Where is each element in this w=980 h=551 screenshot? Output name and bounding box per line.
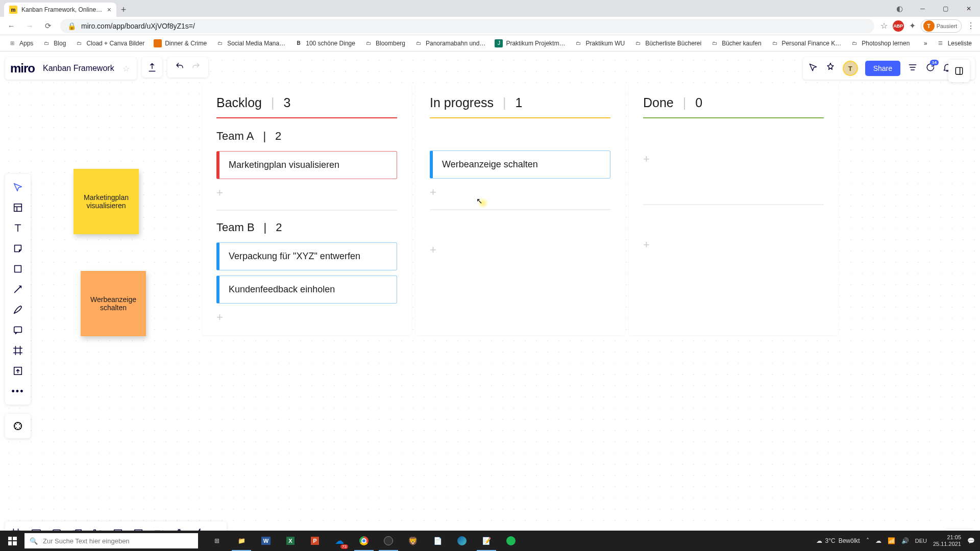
bookmark-item[interactable]: 🗀Blog xyxy=(39,38,69,49)
kanban-card[interactable]: Werbeanzeige schalten xyxy=(430,151,610,179)
add-card-button[interactable]: + xyxy=(216,184,397,202)
taskbar-app-edge[interactable] xyxy=(450,531,474,551)
bookmark-item[interactable]: 🗀Cload + Canva Bilder xyxy=(72,38,148,49)
bookmark-item[interactable]: 🗀Panoramabahn und… xyxy=(411,38,488,49)
weather-widget[interactable]: ☁ 3°C Bewölkt xyxy=(816,537,860,544)
reactions-icon[interactable] xyxy=(825,62,836,74)
board-name[interactable]: Kanban Framework xyxy=(43,64,114,73)
minimize-button[interactable]: ─ xyxy=(911,0,934,17)
comment-tool[interactable] xyxy=(5,320,31,340)
select-tool[interactable] xyxy=(5,177,31,197)
taskbar-search[interactable]: 🔍 Zur Suche Text hier eingeben xyxy=(24,533,198,548)
frame-tool[interactable] xyxy=(5,340,31,361)
taskbar-app-notepad[interactable]: 📝 xyxy=(475,531,498,551)
upload-tool[interactable] xyxy=(5,361,31,381)
notifications-icon[interactable]: 💬 xyxy=(967,537,975,544)
taskbar-app-excel[interactable]: X xyxy=(279,531,302,551)
reading-list-button[interactable]: ☰Leseliste xyxy=(934,38,975,49)
browser-tab[interactable]: m Kanban Framework, Online Whit… × xyxy=(4,3,116,17)
export-button[interactable] xyxy=(142,57,162,78)
forward-button[interactable]: → xyxy=(23,20,36,32)
add-card-button[interactable]: + xyxy=(643,151,824,168)
sticky-note-yellow[interactable]: Marketingplan visualisieren xyxy=(74,169,139,234)
taskbar-app-rss[interactable]: 📄 xyxy=(426,531,449,551)
kanban-board[interactable]: Backlog | 3 Team A | 2 Marketingplan vis… xyxy=(202,83,838,335)
taskbar-app-edge-old[interactable]: ☁73 xyxy=(328,531,351,551)
text-tool[interactable] xyxy=(5,218,31,238)
bookmark-item[interactable]: 🗀Praktikum WU xyxy=(571,38,628,49)
back-button[interactable]: ← xyxy=(5,20,17,32)
taskbar-app-obs[interactable] xyxy=(377,531,400,551)
add-card-button[interactable]: + xyxy=(643,236,824,254)
activity-panel-button[interactable] xyxy=(948,60,970,82)
bookmarks-overflow-icon[interactable]: » xyxy=(921,40,930,47)
shape-tool[interactable] xyxy=(5,259,31,279)
bookmark-item[interactable]: JPraktikum Projektm… xyxy=(492,38,568,49)
undo-button[interactable] xyxy=(175,62,184,73)
taskbar-app-explorer[interactable]: 📁 xyxy=(230,531,253,551)
new-tab-button[interactable]: + xyxy=(116,3,131,17)
browser-tab-bar: m Kanban Framework, Online Whit… × + ◐ ─… xyxy=(0,0,980,17)
pen-tool[interactable] xyxy=(5,299,31,320)
miro-canvas[interactable]: miro Kanban Framework ☆ T Share xyxy=(0,52,980,551)
profile-pause-pill[interactable]: T Pausiert xyxy=(921,19,962,33)
bookmark-item[interactable]: 🗀Photoshop lernen xyxy=(847,38,913,49)
bookmark-item[interactable]: Dinner & Crime xyxy=(151,38,210,49)
language-indicator[interactable]: DEU xyxy=(915,538,927,544)
share-button[interactable]: Share xyxy=(865,61,900,76)
kanban-card[interactable]: Kundenfeedback einholen xyxy=(216,276,397,304)
menu-icon[interactable]: ⋮ xyxy=(967,21,975,31)
cursor-icon[interactable] xyxy=(808,62,818,74)
kanban-card[interactable]: Verpackung für "XYZ" entwerfen xyxy=(216,242,397,270)
page-icon: B xyxy=(295,39,303,47)
maximize-button[interactable]: ▢ xyxy=(934,0,957,17)
star-board-icon[interactable]: ☆ xyxy=(122,64,130,73)
abp-extension-icon[interactable]: ABP xyxy=(893,20,904,32)
templates-tool[interactable] xyxy=(5,197,31,218)
bookmark-item[interactable]: 🗀Bloomberg xyxy=(361,38,408,49)
windows-taskbar: 🔍 Zur Suche Text hier eingeben ⊞ 📁 W X P… xyxy=(0,531,980,551)
settings-icon[interactable] xyxy=(908,62,918,74)
bookmark-apps[interactable]: ⊞Apps xyxy=(5,38,36,49)
wifi-icon[interactable]: 📶 xyxy=(888,537,895,544)
more-tools[interactable]: ••• xyxy=(5,381,31,402)
taskbar-app-powerpoint[interactable]: P xyxy=(303,531,327,551)
url-field[interactable]: 🔒 miro.com/app/board/uXjVOf8yZ1s=/ xyxy=(60,19,874,33)
kanban-column-inprogress[interactable]: In progress | 1 Werbeanzeige schalten + … xyxy=(415,83,625,335)
reload-button[interactable]: ⟳ xyxy=(42,20,54,32)
tray-overflow-icon[interactable]: ˄ xyxy=(866,537,869,544)
bookmark-item[interactable]: 🗀Bücher kaufen xyxy=(707,38,764,49)
close-window-button[interactable]: ✕ xyxy=(957,0,980,17)
onedrive-icon[interactable]: ☁ xyxy=(875,537,881,544)
task-view-button[interactable]: ⊞ xyxy=(205,531,229,551)
star-icon[interactable]: ☆ xyxy=(880,21,888,31)
kanban-card[interactable]: Marketingplan visualisieren xyxy=(216,151,397,179)
extensions-icon[interactable]: ✦ xyxy=(909,21,916,31)
line-tool[interactable] xyxy=(5,279,31,299)
kanban-column-backlog[interactable]: Backlog | 3 Team A | 2 Marketingplan vis… xyxy=(202,83,411,335)
close-tab-icon[interactable]: × xyxy=(107,6,111,14)
incognito-icon[interactable]: ◐ xyxy=(888,0,911,17)
bookmark-item[interactable]: 🗀Personal Finance K… xyxy=(768,38,845,49)
add-card-button[interactable]: + xyxy=(430,184,610,201)
user-avatar[interactable]: T xyxy=(843,61,858,76)
bookmark-item[interactable]: 🗀Bücherliste Bücherei xyxy=(631,38,704,49)
clock[interactable]: 21:05 25.11.2021 xyxy=(933,534,961,547)
sticky-tool[interactable] xyxy=(5,238,31,259)
comments-icon[interactable]: 14 xyxy=(925,62,935,74)
add-card-button[interactable]: + xyxy=(430,241,610,259)
taskbar-app-spotify[interactable] xyxy=(499,531,523,551)
ai-tool-button[interactable] xyxy=(5,414,31,438)
redo-button[interactable] xyxy=(191,62,201,73)
start-button[interactable] xyxy=(0,531,24,551)
taskbar-app-brave[interactable]: 🦁 xyxy=(401,531,425,551)
add-card-button[interactable]: + xyxy=(216,309,397,326)
miro-logo[interactable]: miro xyxy=(10,61,35,76)
volume-icon[interactable]: 🔊 xyxy=(901,537,909,544)
bookmark-item[interactable]: B100 schöne Dinge xyxy=(291,38,358,49)
bookmark-item[interactable]: 🗀Social Media Mana… xyxy=(213,38,288,49)
taskbar-app-chrome[interactable] xyxy=(352,531,376,551)
kanban-column-done[interactable]: Done | 0 + + xyxy=(629,83,838,335)
taskbar-app-word[interactable]: W xyxy=(254,531,278,551)
sticky-note-orange[interactable]: Werbeanzeige schalten xyxy=(81,271,146,336)
